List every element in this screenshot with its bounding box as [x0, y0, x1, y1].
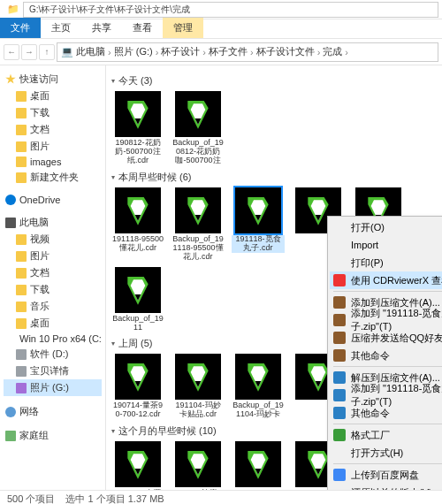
drive-icon — [16, 349, 27, 360]
drive-icon — [16, 366, 27, 377]
crumb-5[interactable]: 完成 — [323, 45, 342, 58]
menu-import[interactable]: Import — [330, 236, 442, 254]
file-thumb[interactable]: Backup_of_191118-95500懂花儿.cdr — [171, 187, 225, 262]
archive-icon — [333, 314, 346, 326]
group-today[interactable]: 今天 (3) — [111, 74, 437, 88]
breadcrumb-bar: ← → ↑ 💻 此电脑› 照片 (G:)› 杯子设计› 杯子文件› 杯子设计文件… — [0, 39, 442, 65]
file-thumb[interactable]: 191118-95500懂花儿.cdr — [111, 187, 164, 262]
sidebar-item-gdrive[interactable]: 照片 (G:) — [4, 379, 102, 396]
pc-icon — [5, 218, 16, 228]
sidebar-item-label: 文档 — [30, 123, 50, 136]
menu-send-qq[interactable]: 压缩并发送给QQ好友 — [330, 329, 442, 347]
cdr-file-icon — [115, 187, 161, 233]
status-bar: 500 个项目 选中 1 个项目 1.37 MB — [0, 490, 442, 504]
menu-restore-version[interactable]: 还原以前的版本(V) — [330, 484, 442, 490]
sidebar-item-videos[interactable]: 视频 — [4, 231, 102, 248]
address-input[interactable] — [23, 2, 438, 18]
folder-icon — [16, 285, 27, 295]
navigation-sidebar: 快速访问 桌面 下载 文档 图片 images 新建文件夹 OneDrive 此… — [0, 65, 106, 490]
menu-other-cmd[interactable]: 其他命令▶ — [330, 347, 442, 364]
file-thumb[interactable]: 191107-小樱嘴.cdr — [111, 441, 164, 490]
sidebar-network[interactable]: 网络 — [4, 403, 102, 420]
crumb-4[interactable]: 杯子设计文件 — [256, 45, 315, 58]
menu-other-cmd2[interactable]: 其他命令▶ — [330, 404, 442, 422]
sidebar-item-label: 音乐 — [30, 300, 50, 313]
file-thumb[interactable]: 191104-玛妙卡贴品.cdr — [171, 354, 225, 419]
cdr-file-icon — [235, 354, 281, 400]
sidebar-item-downloads2[interactable]: 下载 — [4, 281, 102, 298]
file-thumb[interactable]: 190812-花奶奶-500700注纸.cdr — [111, 91, 164, 165]
sidebar-item-images[interactable]: images — [4, 155, 102, 169]
folder-icon — [16, 302, 27, 312]
sidebar-item-detail[interactable]: 宝贝详情 — [4, 363, 102, 379]
sidebar-item-desktop[interactable]: 桌面 — [4, 88, 102, 104]
group-thisweek[interactable]: 本周早些时候 (6) — [111, 171, 437, 184]
file-thumb[interactable]: 191108-沐青.cdr — [171, 441, 225, 490]
menu-cdrviewer[interactable]: 使用 CDRviewerX 查看 — [330, 271, 442, 289]
sidebar-item-ddrive[interactable]: 软件 (D:) — [4, 346, 102, 363]
menu-label: 打开方式(H) — [351, 447, 403, 460]
sidebar-thispc[interactable]: 此电脑 — [4, 214, 102, 231]
menu-label: 其他命令 — [351, 349, 390, 363]
tab-view[interactable]: 查看 — [122, 18, 163, 38]
sidebar-item-label: 新建文件夹 — [30, 171, 79, 184]
sidebar-item-label: 此电脑 — [19, 216, 49, 229]
sidebar-item-label: images — [30, 157, 61, 167]
crumb-2[interactable]: 杯子设计 — [161, 45, 200, 58]
folder-icon — [16, 141, 27, 152]
file-thumb[interactable]: Backup_of_191104-玛妙卡 — [232, 354, 285, 419]
sidebar-quick-access[interactable]: 快速访问 — [4, 71, 102, 88]
menu-label: 格式工厂 — [351, 429, 390, 442]
sidebar-item-label: 下载 — [30, 283, 50, 296]
file-thumb[interactable]: 190714-量茶90-700-12.cdr — [111, 354, 164, 419]
sidebar-item-label: 视频 — [30, 233, 50, 246]
sidebar-homegroup[interactable]: 家庭组 — [4, 427, 102, 444]
file-thumb[interactable]: Backup_of_190812-花奶奶咖-500700注纸.cdr — [171, 91, 225, 165]
back-button[interactable]: ← — [4, 44, 19, 60]
sidebar-item-label: 快速访问 — [19, 73, 58, 86]
drive-icon — [16, 383, 27, 393]
status-selection: 选中 1 个项目 1.37 MB — [65, 493, 164, 504]
star-icon — [5, 74, 16, 85]
tab-file[interactable]: 文件 — [0, 18, 41, 38]
menu-open[interactable]: 打开(O) — [330, 218, 442, 236]
sidebar-item-pictures[interactable]: 图片 — [4, 138, 102, 155]
tab-manage[interactable]: 管理 — [163, 18, 203, 38]
status-count: 500 个项目 — [7, 493, 55, 504]
file-thumb[interactable]: Backup_of_1911 — [111, 267, 164, 332]
sidebar-item-label: 照片 (G:) — [30, 381, 69, 394]
sidebar-onedrive[interactable]: OneDrive — [4, 193, 102, 207]
sidebar-item-desktop2[interactable]: 桌面 — [4, 315, 102, 332]
sidebar-item-downloads[interactable]: 下载 — [4, 104, 102, 121]
menu-print[interactable]: 打印(P) — [330, 254, 442, 271]
file-thumb[interactable] — [232, 441, 285, 490]
sidebar-item-docs2[interactable]: 文档 — [4, 264, 102, 281]
sidebar-item-newfolder[interactable]: 新建文件夹 — [4, 169, 102, 186]
menu-format-factory[interactable]: 格式工厂▶ — [330, 426, 442, 444]
sidebar-item-cdrive[interactable]: Win 10 Pro x64 (C: — [4, 332, 102, 346]
file-list-area: 今天 (3) 190812-花奶奶-500700注纸.cdrBackup_of_… — [106, 65, 442, 490]
menu-unzip-to[interactable]: 添加到 "191118-觅食丸子.zip"(T) — [330, 386, 442, 404]
crumb-1[interactable]: 照片 (G:) — [114, 45, 153, 58]
menu-baidu-upload[interactable]: 上传到百度网盘 — [330, 466, 442, 484]
folder-icon — [16, 268, 27, 279]
cdr-file-icon — [115, 267, 161, 313]
menu-open-with[interactable]: 打开方式(H)▶ — [330, 444, 442, 462]
sidebar-item-pictures2[interactable]: 图片 — [4, 248, 102, 264]
menu-add-zip[interactable]: 添加到 "191118-觅食丸子.zip"(T) — [330, 311, 442, 329]
file-thumb[interactable]: 191118-觅食丸子.cdr — [232, 187, 285, 262]
archive-icon — [333, 389, 346, 401]
tab-share[interactable]: 共享 — [81, 18, 122, 38]
folder-icon — [16, 125, 27, 135]
breadcrumb[interactable]: 💻 此电脑› 照片 (G:)› 杯子设计› 杯子文件› 杯子设计文件› 完成› — [57, 42, 438, 62]
crumb-0[interactable]: 此电脑 — [76, 45, 105, 58]
sidebar-item-documents[interactable]: 文档 — [4, 121, 102, 138]
archive-icon — [333, 371, 346, 384]
sidebar-item-label: OneDrive — [19, 195, 60, 205]
cdr-file-icon — [235, 187, 281, 233]
sidebar-item-music[interactable]: 音乐 — [4, 298, 102, 315]
up-button[interactable]: ↑ — [39, 44, 55, 60]
forward-button[interactable]: → — [21, 44, 37, 60]
tab-home[interactable]: 主页 — [41, 18, 81, 38]
crumb-3[interactable]: 杯子文件 — [209, 45, 248, 58]
